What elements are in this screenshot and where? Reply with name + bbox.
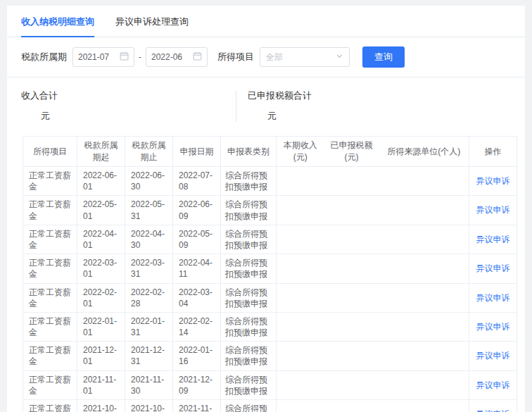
table-row: 正常工资薪金2022-04-012022-04-302022-05-09综合所得… [23,225,517,254]
tab-bar: 收入纳税明细查询 异议申诉处理查询 [7,6,525,37]
col-header-action: 操作 [469,137,517,167]
period-end-cell: 2021-11-30 [125,370,173,399]
appeal-link[interactable]: 异议申诉 [476,263,510,273]
period-end-cell: 2022-04-30 [125,225,173,254]
tab-income-tax-detail-query[interactable]: 收入纳税明细查询 [21,15,94,37]
current-income-cell [277,283,324,312]
tab-appeal-processing-query[interactable]: 异议申诉处理查询 [115,15,189,37]
current-income-cell [277,370,324,399]
income-source-cell [379,283,469,312]
income-item-cell: 正常工资薪金 [23,254,77,283]
income-item-cell: 正常工资薪金 [23,225,77,254]
period-start-cell: 2021-11-01 [77,370,125,399]
declare-date-cell: 2022-02-14 [173,312,221,341]
action-cell: 异议申诉 [469,167,517,196]
col-header-income-item: 所得项目 [23,137,77,167]
period-end-date-input[interactable]: 2022-06 [146,47,208,67]
query-button[interactable]: 查询 [362,46,405,68]
income-item-cell: 正常工资薪金 [23,400,77,412]
current-income-cell [277,167,324,196]
action-cell: 异议申诉 [469,342,517,370]
table-container: 所得项目 税款所属期起 税款所属期止 申报日期 申报表类别 本期收入(元) 已申… [7,133,525,412]
calendar-icon [193,51,202,63]
period-end-cell: 2022-02-28 [125,283,173,312]
income-source-cell [379,167,469,196]
action-cell: 异议申诉 [469,254,517,283]
declared-tax-cell [324,254,379,283]
period-start-date-input[interactable]: 2021-07 [72,47,134,67]
period-end-date-value: 2022-06 [151,52,182,62]
declared-tax-cell [324,225,379,254]
income-item-cell: 正常工资薪金 [23,283,77,312]
action-cell: 异议申诉 [469,370,517,399]
period-start-cell: 2022-03-01 [77,254,125,283]
form-category-cell: 综合所得预扣预缴申报 [221,254,277,283]
form-category-cell: 综合所得预扣预缴申报 [221,225,277,254]
table-row: 正常工资薪金2022-05-012022-05-312022-06-09综合所得… [23,196,517,225]
col-header-current-income: 本期收入(元) [277,137,324,167]
form-category-cell: 综合所得预扣预缴申报 [221,370,277,399]
calendar-icon [120,51,129,63]
filter-bar: 税款所属期 2021-07 - 2022-06 所得项目 全部 查询 [7,37,525,77]
income-total-unit: 元 [41,110,236,123]
income-item-select[interactable]: 全部 [260,47,350,67]
declare-date-cell: 2022-03-04 [173,283,221,312]
income-item-cell: 正常工资薪金 [23,342,77,370]
col-header-declare-date: 申报日期 [173,137,221,167]
col-header-form-category: 申报表类别 [221,137,277,167]
appeal-link[interactable]: 异议申诉 [476,176,510,186]
appeal-link[interactable]: 异议申诉 [476,351,510,361]
period-start-cell: 2022-04-01 [77,225,125,254]
declared-tax-total-label: 已申报税额合计 [248,89,462,102]
period-end-cell: 2022-03-31 [125,254,173,283]
declared-tax-cell [324,370,379,399]
form-category-cell: 综合所得预扣预缴申报 [221,167,277,196]
table-row: 正常工资薪金2022-03-012022-03-312022-04-11综合所得… [23,254,517,283]
income-source-cell [379,225,469,254]
col-header-income-source: 所得来源单位(个人) [379,137,469,167]
action-cell: 异议申诉 [469,312,517,341]
declared-tax-cell [324,312,379,341]
income-item-cell: 正常工资薪金 [23,167,77,196]
declare-date-cell: 2022-06-09 [173,196,221,225]
declared-tax-cell [324,283,379,312]
form-category-cell: 综合所得预扣预缴申报 [221,283,277,312]
action-cell: 异议申诉 [469,283,517,312]
appeal-link[interactable]: 异议申诉 [476,380,510,390]
table-row: 正常工资薪金2021-10-012021-10-312021-11-09综合所得… [23,400,517,412]
income-source-cell [379,370,469,399]
declare-date-cell: 2021-12-09 [173,370,221,399]
appeal-link[interactable]: 异议申诉 [476,205,510,215]
col-header-declared-tax: 已申报税额(元) [324,137,379,167]
action-cell: 异议申诉 [469,225,517,254]
period-start-cell: 2022-02-01 [77,283,125,312]
declared-tax-cell [324,342,379,370]
appeal-link[interactable]: 异议申诉 [476,235,510,244]
declare-date-cell: 2022-05-09 [173,225,221,254]
income-source-cell [379,196,469,225]
summary-divider [236,91,236,122]
table-row: 正常工资薪金2021-11-012021-11-302021-12-09综合所得… [23,370,517,399]
appeal-link[interactable]: 异议申诉 [476,293,510,303]
appeal-link[interactable]: 异议申诉 [476,409,510,412]
income-item-cell: 正常工资薪金 [23,196,77,225]
form-category-cell: 综合所得预扣预缴申报 [221,196,277,225]
action-cell: 异议申诉 [469,400,517,412]
form-category-cell: 综合所得预扣预缴申报 [221,400,277,412]
declare-date-cell: 2021-11-09 [173,400,221,412]
table-row: 正常工资薪金2021-12-012021-12-312022-01-16综合所得… [23,342,517,370]
current-income-cell [277,400,324,412]
income-item-cell: 正常工资薪金 [23,370,77,399]
declared-tax-cell [324,196,379,225]
period-start-cell: 2022-06-01 [77,167,125,196]
period-end-cell: 2022-05-31 [125,196,173,225]
tax-detail-table: 所得项目 税款所属期起 税款所属期止 申报日期 申报表类别 本期收入(元) 已申… [23,136,517,412]
income-source-cell [379,312,469,341]
table-header-row: 所得项目 税款所属期起 税款所属期止 申报日期 申报表类别 本期收入(元) 已申… [23,137,517,167]
declared-tax-cell [324,167,379,196]
period-end-cell: 2022-01-31 [125,312,173,341]
col-header-period-end: 税款所属期止 [125,137,173,167]
declared-tax-total-block: 已申报税额合计 元 [248,89,462,123]
appeal-link[interactable]: 异议申诉 [476,322,510,332]
action-cell: 异议申诉 [469,196,517,225]
